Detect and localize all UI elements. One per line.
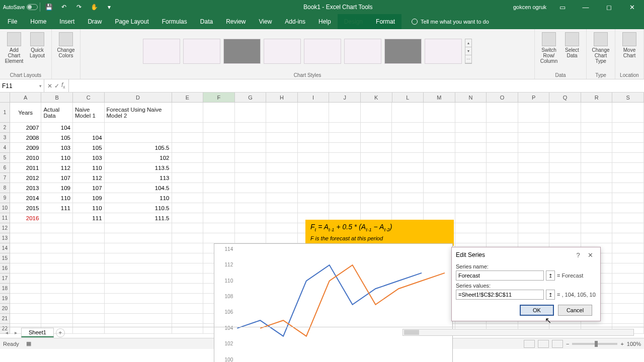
col-header-s[interactable]: S	[612, 93, 644, 102]
series-name-range-picker[interactable]: ↥	[546, 270, 555, 281]
col-header-n[interactable]: N	[455, 93, 487, 102]
col-header-o[interactable]: O	[487, 93, 518, 102]
macro-record-icon[interactable]: ▦	[26, 340, 31, 347]
zoom-out-button[interactable]: −	[566, 341, 569, 347]
col-header-j[interactable]: J	[329, 93, 361, 102]
customize-qat-icon[interactable]: ▾	[103, 1, 116, 14]
series-name-input[interactable]: Forecast	[456, 270, 544, 281]
formula-input[interactable]	[69, 79, 644, 92]
chart-style-1[interactable]	[143, 39, 180, 64]
col-header-l[interactable]: L	[392, 93, 424, 102]
zoom-in-button[interactable]: +	[620, 341, 623, 347]
undo-icon[interactable]: ↶	[57, 1, 70, 14]
change-colors-button[interactable]: Change Colors	[55, 31, 77, 77]
chart-style-3[interactable]	[223, 39, 261, 64]
touch-mode-icon[interactable]: ✋	[88, 1, 101, 14]
tab-formulas[interactable]: Formulas	[155, 14, 194, 29]
table-row[interactable]: 42009103105105.5	[0, 143, 644, 153]
chart-style-5[interactable]	[304, 39, 341, 64]
worksheet[interactable]: A B C D E F G H I J K L M N O P Q R S 1Y…	[0, 93, 644, 327]
horizontal-scrollbar[interactable]	[403, 329, 634, 336]
table-row[interactable]: 102015111110110.5	[0, 203, 644, 213]
close-icon[interactable]: ✕	[622, 0, 642, 14]
col-header-f[interactable]: F	[203, 93, 235, 102]
col-header-b[interactable]: B	[41, 93, 73, 102]
user-name[interactable]: gokcen ogruk	[513, 4, 546, 10]
chart-style-2[interactable]	[183, 39, 220, 64]
save-icon[interactable]: 💾	[42, 1, 55, 14]
series-values-range-picker[interactable]: ↥	[546, 290, 555, 300]
col-header-p[interactable]: P	[518, 93, 550, 102]
normal-view-button[interactable]	[524, 340, 535, 348]
switch-row-column-button[interactable]: Switch Row/ Column	[538, 31, 560, 71]
dialog-help-button[interactable]: ?	[572, 249, 584, 261]
ribbon-options-icon[interactable]: ▭	[552, 0, 573, 14]
chart-style-6[interactable]	[344, 39, 381, 64]
fx-icon[interactable]: fx	[61, 81, 65, 89]
minimize-icon[interactable]: —	[576, 0, 596, 14]
tell-me-search[interactable]: Tell me what you want to do	[412, 14, 489, 29]
embedded-chart[interactable]: 9810010210410610811011211412345678910	[214, 243, 453, 362]
col-header-q[interactable]: Q	[549, 93, 581, 102]
cancel-formula-icon[interactable]: ✕	[47, 82, 52, 89]
tab-draw[interactable]: Draw	[81, 14, 108, 29]
page-break-view-button[interactable]	[552, 340, 563, 348]
maximize-icon[interactable]: ◻	[599, 0, 619, 14]
col-header-d[interactable]: D	[105, 93, 172, 102]
tab-nav-next[interactable]: ▸	[12, 329, 19, 336]
add-chart-element-button[interactable]: Add Chart Element	[3, 31, 25, 71]
tab-design[interactable]: Design	[338, 14, 369, 29]
select-data-button[interactable]: Select Data	[561, 31, 583, 71]
table-row[interactable]: 32008105104	[0, 133, 644, 143]
name-box[interactable]: F11▾	[0, 79, 44, 92]
autosave-toggle[interactable]: AutoSave	[3, 4, 38, 10]
change-chart-type-button[interactable]: Change Chart Type	[590, 31, 612, 71]
tab-page-layout[interactable]: Page Layout	[108, 14, 155, 29]
table-row[interactable]: 72012107112113	[0, 173, 644, 183]
sheet-tab-1[interactable]: Sheet1	[21, 328, 54, 337]
chart-style-gallery[interactable]: ▴▾⋯	[141, 37, 474, 66]
tab-addins[interactable]: Add-ins	[278, 14, 312, 29]
ok-button[interactable]: OK	[520, 305, 554, 316]
zoom-level[interactable]: 100%	[627, 341, 641, 347]
col-header-h[interactable]: H	[266, 93, 298, 102]
table-row[interactable]: 82013109107104.5	[0, 183, 644, 193]
tab-insert[interactable]: Insert	[53, 14, 81, 29]
zoom-slider[interactable]	[572, 343, 617, 345]
col-header-g[interactable]: G	[235, 93, 267, 102]
chart-style-4[interactable]	[264, 39, 301, 64]
cancel-button[interactable]: Cancel	[558, 305, 592, 316]
redo-icon[interactable]: ↷	[72, 1, 86, 14]
col-header-a[interactable]: A	[10, 93, 42, 102]
chart-style-7[interactable]	[384, 39, 422, 64]
series-values-input[interactable]: =Sheet1!$C$2:$C$11	[456, 290, 544, 300]
table-row[interactable]: 52010110103102	[0, 153, 644, 163]
table-row[interactable]: 62011112110113.5	[0, 163, 644, 173]
quick-layout-button[interactable]: Quick Layout	[26, 31, 48, 71]
table-row[interactable]: 92014110109110	[0, 193, 644, 203]
page-layout-view-button[interactable]	[538, 340, 549, 348]
enter-formula-icon[interactable]: ✓	[54, 82, 59, 89]
tab-review[interactable]: Review	[219, 14, 252, 29]
col-header-k[interactable]: K	[361, 93, 392, 102]
gallery-more-button[interactable]: ▴▾⋯	[465, 39, 472, 64]
tab-file[interactable]: File	[1, 14, 24, 29]
tab-home[interactable]: Home	[24, 14, 53, 29]
table-row[interactable]: 1YearsActual DataNaive Model 1Forecast U…	[0, 103, 644, 123]
chart-style-8[interactable]	[425, 39, 462, 64]
col-header-r[interactable]: R	[581, 93, 613, 102]
col-header-c[interactable]: C	[73, 93, 105, 102]
col-header-m[interactable]: M	[424, 93, 455, 102]
tab-data[interactable]: Data	[194, 14, 219, 29]
tab-nav-prev[interactable]: ◂	[3, 329, 10, 336]
dialog-close-button[interactable]: ✕	[584, 249, 596, 261]
new-sheet-button[interactable]: +	[56, 328, 65, 337]
table-row[interactable]: 22007104	[0, 123, 644, 133]
move-chart-button[interactable]: Move Chart	[618, 31, 640, 71]
col-header-i[interactable]: I	[298, 93, 330, 102]
select-all-cell[interactable]	[0, 93, 10, 102]
col-header-e[interactable]: E	[172, 93, 204, 102]
tab-view[interactable]: View	[253, 14, 279, 29]
tab-help[interactable]: Help	[312, 14, 338, 29]
tab-format[interactable]: Format	[369, 14, 401, 29]
